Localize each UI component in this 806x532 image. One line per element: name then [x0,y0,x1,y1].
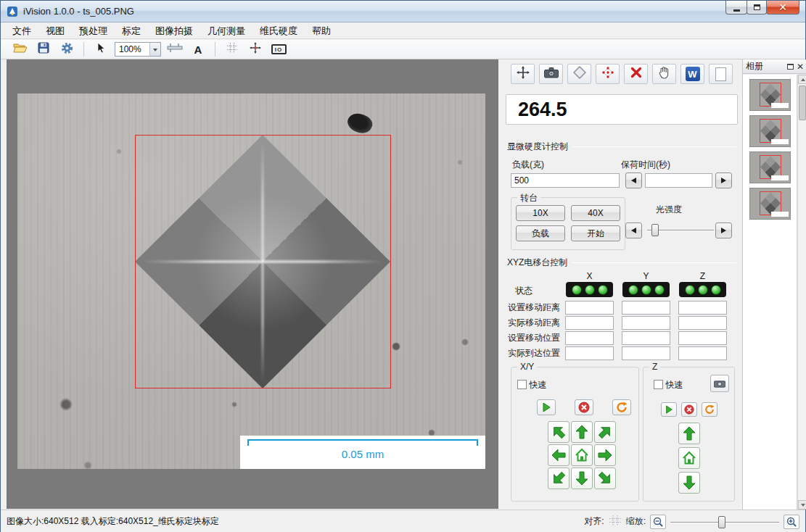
title-bar[interactable]: iVision 1.0.0 - ts_005.PNG ✕ [1,1,805,22]
zoom-out-button[interactable] [650,515,666,529]
measure-tool-button[interactable] [165,41,184,58]
input-actual-distance-x[interactable] [565,316,614,330]
grid-tool-button[interactable] [223,41,242,58]
input-set-position-z[interactable] [678,331,727,345]
album-thumbnail-3[interactable] [749,151,791,183]
album-thumbnail-4[interactable] [749,188,791,220]
menu-item-file[interactable]: 文件 [5,22,38,40]
minimize-button[interactable] [725,1,747,14]
export-word-button[interactable]: W [680,64,704,84]
panel-toolbar: W [511,64,733,84]
zoom-slider[interactable] [670,515,779,529]
io-tool-button[interactable]: IO [269,41,288,58]
save-button[interactable] [34,41,53,58]
input-actual-distance-z[interactable] [678,316,727,330]
menu-item-capture[interactable]: 图像拍摄 [148,22,200,40]
capture-tool-button[interactable] [539,64,563,84]
open-file-button[interactable] [11,41,30,58]
objective-10x-button[interactable]: 10X [516,205,565,221]
z-fast-checkbox[interactable]: 快速 [654,379,683,391]
input-actual-position-x[interactable] [565,346,614,360]
float-icon[interactable] [787,64,794,70]
menu-item-geometry[interactable]: 几何测量 [200,22,252,40]
text-tool-button[interactable]: A [189,41,207,58]
crosshair-tool-button[interactable] [246,41,265,58]
album-thumbnail-2[interactable] [749,115,791,147]
start-button[interactable]: 开始 [571,225,620,241]
maximize-button[interactable] [747,1,767,14]
align-grid-icon[interactable] [609,515,622,529]
stage-move-tool-button[interactable] [511,64,535,84]
menu-item-vickers[interactable]: 维氏硬度 [252,22,305,40]
arrow-down-right-icon [595,468,615,489]
hold-increase-button[interactable] [715,173,732,188]
input-set-position-y[interactable] [622,331,670,345]
menu-item-preprocess[interactable]: 预处理 [72,22,115,40]
input-set-distance-x[interactable] [565,301,614,315]
axis-z-label: Z [678,271,727,281]
scroll-up-icon[interactable] [798,75,806,84]
turret-load-button[interactable]: 负载 [516,225,565,241]
z-run-button[interactable] [661,402,677,417]
input-set-distance-y[interactable] [622,301,670,315]
input-actual-distance-y[interactable] [622,316,670,330]
close-button[interactable]: ✕ [766,1,799,14]
z-reset-button[interactable] [702,402,717,417]
menu-item-calibration[interactable]: 标定 [115,22,148,40]
light-increase-button[interactable] [715,223,732,238]
new-page-button[interactable] [709,64,733,84]
xy-fast-checkbox[interactable]: 快速 [517,379,546,391]
jog-down-button[interactable] [571,467,593,489]
hold-time-input[interactable] [645,173,712,188]
light-dot [698,285,708,295]
scroll-down-icon[interactable] [798,500,806,510]
zoom-select[interactable]: 100% [115,42,161,57]
checkbox-icon [654,380,663,389]
input-actual-position-z[interactable] [678,346,727,360]
menu-item-view[interactable]: 视图 [38,22,72,40]
hold-decrease-button[interactable] [625,173,642,188]
album-thumbnail-1[interactable] [749,79,791,111]
z-home-button[interactable] [678,447,700,469]
z-capture-button[interactable] [710,375,729,392]
jog-down-left-button[interactable] [548,467,569,489]
jog-down-right-button[interactable] [594,467,616,489]
specimen-image[interactable]: 0.05 mm [17,93,485,469]
menu-item-help[interactable]: 帮助 [305,22,338,40]
scrollbar-thumb[interactable] [799,86,806,120]
close-icon[interactable]: ✕ [797,63,804,70]
slider-handle[interactable] [651,224,659,236]
points-tool-button[interactable] [596,64,620,84]
jog-up-button[interactable] [571,421,593,443]
light-intensity-slider[interactable] [647,223,714,238]
jog-left-button[interactable] [548,444,569,466]
load-input[interactable] [511,173,620,188]
zoom-in-button[interactable] [784,515,799,529]
select-tool-button[interactable] [91,41,110,58]
light-decrease-button[interactable] [625,223,642,238]
jog-up-right-button[interactable] [594,421,616,443]
close-icon: ✕ [778,1,787,14]
z-stop-button[interactable] [681,402,697,417]
objective-40x-button[interactable]: 40X [571,205,620,221]
indent-select-tool-button[interactable] [567,64,591,84]
pan-tool-button[interactable] [652,64,676,84]
play-icon [541,402,551,412]
z-down-button[interactable] [678,472,700,494]
xy-reset-button[interactable] [612,399,631,415]
xy-home-button[interactable] [571,444,593,466]
album-scrollbar[interactable] [797,75,806,510]
xy-stop-button[interactable] [575,399,593,415]
delete-tool-button[interactable] [624,64,648,84]
input-set-distance-z[interactable] [678,301,727,315]
jog-up-left-button[interactable] [548,421,569,443]
measurement-rectangle[interactable] [135,135,391,388]
xy-run-button[interactable] [537,399,556,415]
jog-right-button[interactable] [594,444,616,466]
input-actual-position-y[interactable] [622,346,670,360]
measure-icon [167,43,183,56]
slider-handle[interactable] [718,516,725,528]
input-set-position-x[interactable] [565,331,614,345]
z-up-button[interactable] [678,423,700,444]
settings-button[interactable] [57,41,76,58]
